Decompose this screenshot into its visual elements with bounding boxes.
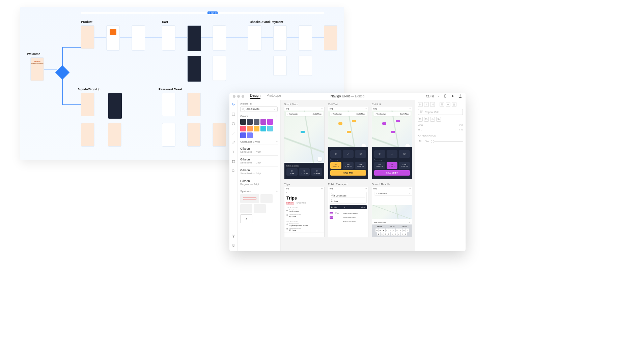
screen-checkout-5[interactable]: [299, 56, 312, 76]
zoom-dropdown[interactable]: ⌄: [438, 95, 440, 98]
tool-artboard[interactable]: [231, 159, 235, 165]
screen-checkout-1[interactable]: [248, 25, 261, 51]
screen-cart-empty[interactable]: [213, 25, 226, 51]
tool-zoom[interactable]: [231, 168, 235, 174]
character-style[interactable]: GibsonSemiBold — 16pt: [240, 166, 278, 177]
dim-x[interactable]: X 0: [459, 124, 463, 127]
tool-assets-icon[interactable]: [231, 234, 235, 240]
artboard-title: Search Results: [372, 183, 412, 186]
bool-subtract[interactable]: [424, 117, 429, 122]
opacity-value[interactable]: 0%: [425, 140, 429, 143]
color-swatch[interactable]: [260, 119, 266, 125]
symbol-thumb[interactable]: [260, 194, 273, 203]
screen-pw3[interactable]: [162, 123, 175, 147]
add-style[interactable]: +: [276, 140, 278, 143]
color-swatch[interactable]: [240, 126, 246, 131]
traffic-light-close[interactable]: [233, 95, 235, 98]
tool-pen[interactable]: [231, 140, 235, 146]
dim-h[interactable]: H 0: [418, 128, 422, 131]
screen-checkout-4[interactable]: [273, 56, 287, 76]
tab-prototype[interactable]: Prototype: [267, 94, 281, 99]
svg-rect-25: [438, 118, 439, 119]
align-left[interactable]: [418, 102, 423, 107]
symbol-thumb[interactable]: [240, 194, 259, 203]
artboard[interactable]: 9:41•••‹Your locationSushi PlaceSelect a…: [284, 107, 325, 179]
tool-ellipse[interactable]: [231, 121, 235, 127]
tab-design[interactable]: Design: [250, 94, 260, 99]
color-swatch[interactable]: [247, 132, 253, 138]
repeat-grid-button[interactable]: Repeat Grid: [418, 109, 463, 115]
character-style[interactable]: GibsonSemiBold — 40pt: [240, 145, 278, 155]
artboard[interactable]: 9:41•••‹Sushi Place✕View all Sushi resta…: [372, 187, 412, 237]
screen-pw5[interactable]: [213, 123, 226, 147]
tool-layers-icon[interactable]: [231, 243, 235, 249]
screen-product-info[interactable]: [132, 25, 145, 51]
screen-checkout-2[interactable]: [273, 25, 287, 51]
symbol-thumb[interactable]: [240, 204, 252, 213]
screen-signin-dark[interactable]: [108, 93, 122, 119]
screen-checkout-3[interactable]: [299, 25, 312, 51]
color-swatch[interactable]: [267, 126, 273, 131]
artboard[interactable]: 9:41•••‹Your locationSushi PlaceRide sha…: [372, 107, 412, 179]
titlebar: Design Prototype Navigo UI-kit — Edited …: [229, 93, 466, 100]
screen-signup[interactable]: [81, 123, 94, 147]
artboard[interactable]: 9:41•••‹Your locationSushi PlaceRide sha…: [328, 107, 368, 179]
bool-exclude[interactable]: [436, 117, 441, 122]
screen-cart-dark2[interactable]: [187, 56, 201, 82]
section-checkout: Checkout and Payment: [250, 20, 283, 24]
screen-pw2[interactable]: [187, 93, 201, 116]
color-swatch[interactable]: [247, 126, 253, 131]
screen-pw4[interactable]: [187, 123, 201, 147]
share-icon[interactable]: [458, 94, 462, 99]
locate-button[interactable]: [317, 157, 322, 161]
opacity-slider[interactable]: [431, 141, 463, 142]
play-icon[interactable]: [451, 94, 455, 99]
screen-signup2[interactable]: [108, 123, 121, 147]
color-swatch[interactable]: [260, 126, 266, 131]
dim-y[interactable]: Y 0: [459, 128, 463, 131]
tool-line[interactable]: [231, 130, 235, 136]
align-top[interactable]: [440, 102, 444, 107]
screen-product-detail[interactable]: [106, 25, 120, 51]
svg-rect-20: [420, 119, 421, 120]
screen-cart-2[interactable]: [213, 56, 226, 81]
tool-rectangle[interactable]: [231, 112, 235, 118]
align-right[interactable]: [430, 102, 435, 107]
align-bottom[interactable]: [452, 102, 456, 107]
bool-intersect[interactable]: [430, 117, 435, 122]
traffic-light-min[interactable]: [237, 95, 240, 98]
artboard[interactable]: 9:41•••FromFresh Market CentreToMy Home🚍…: [328, 187, 368, 237]
tool-select[interactable]: [231, 102, 235, 108]
design-canvas[interactable]: Sushi Place9:41•••‹Your locationSushi Pl…: [281, 100, 415, 251]
screen-signin[interactable]: [81, 93, 94, 116]
dim-w[interactable]: W 0: [418, 124, 423, 127]
screen-welcome[interactable]: SHOPIN Shopping is enjoying: [30, 57, 44, 81]
color-swatch[interactable]: [240, 119, 246, 125]
color-swatch[interactable]: [247, 119, 253, 125]
screen-cart[interactable]: [162, 25, 175, 51]
symbol-thumb[interactable]: ›: [240, 214, 252, 223]
character-style[interactable]: GibsonSemiBold — 24pt: [240, 155, 278, 166]
align-center-h[interactable]: [424, 102, 429, 107]
symbol-thumb[interactable]: [254, 204, 266, 213]
artboard[interactable]: 9:41•••‹TripsHISTORYUPCOMINGJUN 18 – 9:4…: [284, 187, 325, 237]
artboard-title: Public Transport: [328, 183, 368, 186]
screen-cart-dark[interactable]: [187, 25, 201, 52]
traffic-light-max[interactable]: [242, 95, 244, 98]
device-preview-icon[interactable]: [443, 94, 447, 99]
add-color[interactable]: +: [276, 115, 278, 118]
color-swatch[interactable]: [240, 132, 246, 138]
tool-text[interactable]: [231, 149, 235, 155]
align-middle-v[interactable]: [446, 102, 450, 107]
assets-search[interactable]: All Assets ⌄: [240, 107, 278, 112]
screen-pw1[interactable]: [162, 93, 175, 116]
character-style[interactable]: GibsonRegular — 14pt: [240, 177, 278, 188]
screen-product-list[interactable]: [81, 25, 94, 49]
zoom-value[interactable]: 42.4%: [425, 95, 434, 98]
add-symbol[interactable]: +: [276, 190, 278, 193]
color-swatch[interactable]: [254, 126, 259, 131]
color-swatch[interactable]: [267, 119, 273, 125]
screen-checkout-done[interactable]: [324, 25, 337, 51]
color-swatch[interactable]: [254, 119, 259, 125]
bool-add[interactable]: [418, 117, 423, 122]
